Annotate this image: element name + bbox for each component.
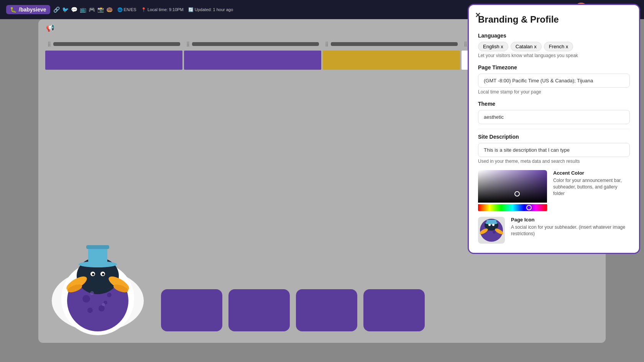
- col-label-bar-2: [192, 42, 319, 46]
- updated-meta: 🔄 Updated: 1 hour ago: [188, 7, 233, 12]
- svg-rect-10: [88, 247, 107, 265]
- channel-meta: 🌐 EN/ES 📍 Local time: 9:10PM 🔄 Updated: …: [117, 7, 233, 12]
- mascot-svg: [46, 224, 150, 335]
- kofi-icon[interactable]: 🍩: [106, 7, 113, 13]
- svg-point-5: [107, 293, 112, 297]
- bottom-tile-1: [161, 289, 222, 331]
- timezone-label: Page Timezone: [478, 64, 630, 70]
- page-icon-desc: A social icon for your subheader. (inser…: [511, 224, 630, 237]
- accent-color-desc: Color for your announcement bar, subhead…: [553, 177, 630, 197]
- channel-icon: 🐛: [10, 7, 16, 13]
- social-icons-row: 🔗 🐦 💬 📺 🎮 📸 🍩: [53, 7, 113, 13]
- top-bar-left: 🐛 /babysieve 🔗 🐦 💬 📺 🎮 📸 🍩 🌐 EN/ES 📍 Loc…: [6, 5, 233, 14]
- accent-color-label: Accent Color: [553, 170, 630, 176]
- accent-color-section: Accent Color Color for your announcement…: [478, 170, 630, 212]
- color-picker-canvas[interactable]: [478, 170, 547, 212]
- modal-close-button[interactable]: ✕: [475, 11, 481, 20]
- timezone-value[interactable]: (GMT -8:00) Pacific Time (US & Canada); …: [478, 74, 630, 88]
- accent-color-info: Accent Color Color for your announcement…: [553, 170, 630, 197]
- drag-icon-1[interactable]: ⣿: [48, 41, 51, 47]
- color-block-2: [184, 51, 321, 70]
- color-spectrum[interactable]: [478, 204, 547, 211]
- timezone-hint: Local time stamp for your page: [478, 89, 630, 95]
- language-tags: English x Catalan x French x: [478, 42, 630, 51]
- theme-label: Theme: [478, 101, 630, 107]
- color-block-3: [323, 51, 460, 70]
- col-header-1: ⣿: [44, 40, 183, 48]
- svg-point-14: [92, 273, 94, 275]
- svg-point-21: [102, 303, 105, 306]
- bottom-tiles: [161, 289, 425, 331]
- svg-point-4: [99, 305, 105, 311]
- languages-hint: Let your visitors know what languages yo…: [478, 53, 630, 58]
- link-icon[interactable]: 🔗: [53, 7, 60, 13]
- page-icon-preview[interactable]: [478, 217, 505, 244]
- col-header-2: ⣿: [183, 40, 322, 48]
- languages-label: Languages: [478, 33, 630, 39]
- language-meta: 🌐 EN/ES: [117, 7, 136, 12]
- lang-tag-english[interactable]: English x: [478, 42, 508, 51]
- drag-icon-2[interactable]: ⣿: [186, 41, 190, 47]
- localtime-meta: 📍 Local time: 9:10PM: [141, 7, 184, 12]
- channel-name: /babysieve: [19, 7, 46, 13]
- twitter-icon[interactable]: 🐦: [62, 7, 69, 13]
- mascot-container: [46, 224, 150, 335]
- theme-value[interactable]: aesthetic: [478, 110, 630, 124]
- svg-point-15: [102, 273, 104, 275]
- divider-1: [478, 129, 630, 129]
- page-icon-info: Page Icon A social icon for your subhead…: [511, 217, 630, 237]
- lang-tag-french[interactable]: French x: [544, 42, 573, 51]
- game-icon[interactable]: 🎮: [89, 7, 95, 13]
- discord-icon[interactable]: 💬: [71, 7, 77, 13]
- svg-point-28: [488, 224, 491, 226]
- svg-point-6: [87, 308, 93, 313]
- channel-badge[interactable]: 🐛 /babysieve: [6, 5, 50, 14]
- svg-point-24: [493, 231, 496, 234]
- bottom-tile-3: [296, 289, 357, 331]
- spectrum-cursor[interactable]: [526, 205, 532, 210]
- color-gradient: [478, 170, 547, 203]
- drag-icon-4[interactable]: ⣿: [464, 41, 467, 47]
- dark-gradient: [478, 170, 547, 203]
- bottom-tile-2: [228, 289, 290, 331]
- bottom-tile-4: [363, 289, 425, 331]
- page-icon-section: Page Icon A social icon for your subhead…: [478, 217, 630, 244]
- announcement-icon: 📢: [46, 24, 54, 32]
- site-desc-value[interactable]: This is a site description that I can ty…: [478, 143, 630, 157]
- col-header-3: ⣿: [322, 40, 461, 48]
- col-label-bar-1: [53, 42, 180, 46]
- svg-point-29: [492, 224, 495, 226]
- svg-rect-11: [86, 245, 109, 249]
- instagram-icon[interactable]: 📸: [97, 7, 104, 13]
- col-label-bar-3: [331, 42, 458, 46]
- twitch-icon[interactable]: 📺: [80, 7, 86, 13]
- page-icon-svg: [478, 217, 505, 244]
- color-picker-dot[interactable]: [514, 191, 520, 197]
- site-desc-label: Site Description: [478, 134, 630, 140]
- drag-icon-3[interactable]: ⣿: [325, 41, 329, 47]
- lang-tag-catalan[interactable]: Catalan x: [511, 42, 542, 51]
- svg-point-20: [90, 291, 94, 295]
- svg-point-3: [82, 295, 90, 303]
- branding-modal: ✕ Branding & Profile Languages English x…: [468, 4, 640, 254]
- svg-rect-27: [486, 220, 496, 224]
- site-desc-hint: Used in your theme, meta data and search…: [478, 159, 630, 164]
- page-icon-label: Page Icon: [511, 217, 630, 223]
- modal-title: Branding & Profile: [478, 14, 630, 25]
- color-block-1: [45, 51, 182, 70]
